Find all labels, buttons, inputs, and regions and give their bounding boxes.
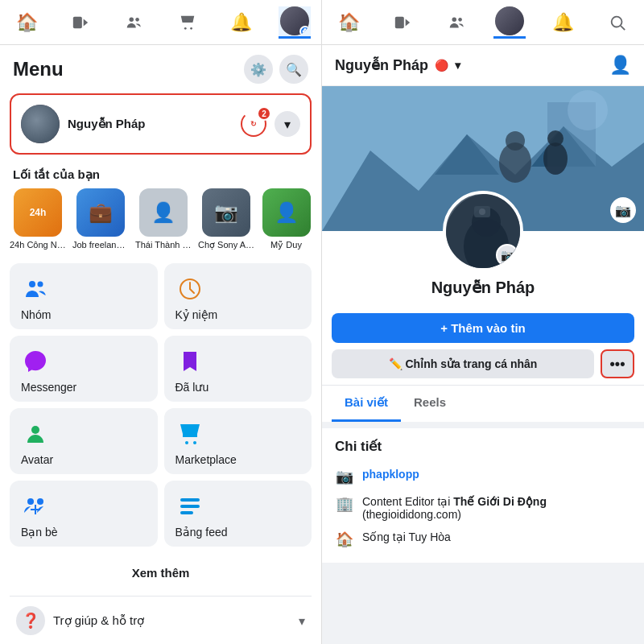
shortcut-item-4[interactable]: 👤 Mỹ Duy (261, 188, 312, 250)
menu-item-nhom[interactable]: Nhóm (10, 263, 158, 329)
nav-bell-right[interactable]: 🔔 (547, 6, 580, 39)
friends-icon (21, 492, 50, 521)
menu-item-da-luu[interactable]: Đã lưu (164, 336, 312, 402)
nav-home-right[interactable]: 🏠 (332, 6, 365, 39)
menu-item-ky-niem[interactable]: Kỷ niệm (164, 263, 312, 329)
memories-icon (175, 275, 204, 303)
menu-item-label-ban-be: Bạn bè (21, 526, 147, 539)
menu-item-bang-feed[interactable]: Bảng feed (164, 481, 312, 547)
svg-line-12 (621, 26, 625, 30)
svg-point-4 (184, 27, 187, 29)
work-icon: 🏢 (335, 495, 354, 513)
nav-video-right[interactable] (386, 6, 419, 39)
svg-marker-1 (83, 19, 88, 26)
person-icon[interactable]: 👤 (609, 55, 631, 76)
menu-item-label-da-luu: Đã lưu (175, 381, 301, 394)
home-icon: 🏠 (335, 530, 354, 548)
shortcut-thumb-4: 👤 (262, 188, 311, 237)
profile-tabs: Bài viết Reels (322, 385, 644, 422)
tab-reels[interactable]: Reels (401, 386, 459, 422)
svg-point-17 (185, 441, 188, 444)
svg-rect-7 (395, 16, 404, 28)
nav-groups-left[interactable] (118, 6, 150, 39)
instagram-link[interactable]: phapklopp (362, 468, 631, 481)
profile-badge-icon (299, 26, 309, 35)
shortcut-label-0: 24h Công Nghệ (10, 240, 66, 250)
lives-text: Sống tại Tuy Hòa (362, 530, 631, 543)
profile-card[interactable]: Nguyễn Pháp ↻ 2 ▾ (10, 93, 312, 155)
tab-posts[interactable]: Bài viết (332, 386, 401, 422)
menu-search-button[interactable]: 🔍 (279, 55, 308, 84)
detail-lives: 🏠 Sống tại Tuy Hòa (335, 526, 631, 553)
svg-rect-24 (180, 505, 200, 508)
instagram-icon: 📷 (335, 468, 354, 485)
profile-details: Chi tiết 📷 phapklopp 🏢 Content Editor tạ… (322, 428, 644, 563)
shortcut-item-2[interactable]: 👤 Thái Thành Nguyên (135, 188, 192, 250)
svg-rect-6 (303, 30, 308, 33)
menu-item-avatar[interactable]: Avatar (10, 408, 158, 474)
svg-point-20 (37, 498, 43, 505)
shortcut-thumb-1: 💼 (76, 188, 125, 237)
nav-profile-right[interactable] (493, 6, 526, 39)
shortcut-item-1[interactable]: 💼 Job freelance/... (72, 188, 129, 250)
profile-header-section: Nguyễn Pháp 🔴 ▾ 👤 (322, 45, 644, 422)
support-chevron-icon: ▾ (299, 613, 305, 629)
profile-avatar-section: 📷 Nguyễn Pháp (322, 191, 644, 307)
top-nav-bar: 🏠 🔔 🏠 (0, 0, 644, 45)
menu-profile-avatar (21, 105, 60, 143)
detail-work: 🏢 Content Editor tại Thế Giới Di Động (t… (335, 490, 631, 526)
notification-badge[interactable]: ↻ 2 (239, 109, 268, 138)
nav-profile-left[interactable] (279, 6, 311, 39)
see-more-button[interactable]: Xem thêm (10, 556, 312, 589)
profile-card-right: ↻ 2 ▾ (239, 109, 300, 138)
edit-profile-button[interactable]: ✏️ Chỉnh sửa trang cá nhân (332, 349, 594, 378)
shortcuts-row: 24h 24h Công Nghệ 💼 Job freelance/... 👤 … (10, 188, 312, 250)
svg-point-18 (193, 441, 196, 444)
nav-search-right[interactable] (601, 6, 634, 39)
nav-video-left[interactable] (64, 6, 97, 39)
shortcut-thumb-0: 24h (14, 188, 62, 237)
marketplace-icon (175, 419, 204, 448)
support-row[interactable]: ❓ Trợ giúp & hỗ trợ ▾ (10, 596, 312, 644)
svg-point-33 (547, 130, 564, 147)
action-buttons: + Thêm vào tin ✏️ Chỉnh sửa trang cá nhâ… (322, 307, 644, 385)
menu-item-ban-be[interactable]: Bạn bè (10, 481, 158, 547)
verified-badge: 🔴 (435, 59, 448, 72)
shortcut-item-3[interactable]: 📷 Chợ Sony Alpha... (198, 188, 254, 250)
nav-groups-right[interactable] (440, 6, 473, 39)
detail-instagram: 📷 phapklopp (335, 463, 631, 490)
support-icon: ❓ (16, 606, 45, 635)
avatar-camera-button[interactable]: 📷 (496, 244, 518, 266)
svg-point-32 (543, 142, 568, 175)
menu-item-messenger[interactable]: Messenger (10, 336, 158, 402)
shortcut-label-2: Thái Thành Nguyên (135, 240, 192, 250)
nav-avatar-left (280, 6, 309, 35)
svg-point-3 (136, 18, 140, 22)
badge-circle: ↻ 2 (241, 111, 266, 137)
menu-item-label-bang-feed: Bảng feed (175, 526, 301, 539)
nav-bell-left[interactable]: 🔔 (225, 6, 257, 39)
nav-home-left[interactable]: 🏠 (10, 6, 43, 39)
add-story-button[interactable]: + Thêm vào tin (332, 313, 634, 343)
profile-big-avatar: 📷 (443, 191, 523, 271)
feed-icon (175, 492, 204, 521)
menu-item-marketplace[interactable]: Marketplace (164, 408, 312, 474)
svg-point-19 (27, 498, 34, 505)
svg-point-2 (130, 17, 134, 21)
settings-button[interactable]: ⚙️ (244, 55, 273, 84)
profile-dropdown-arrow[interactable]: ▾ (455, 59, 460, 72)
menu-header: Menu ⚙️ 🔍 (10, 55, 312, 84)
shortcut-thumb-2: 👤 (139, 188, 188, 237)
saved-icon (175, 347, 204, 376)
svg-point-16 (31, 426, 39, 434)
svg-rect-23 (180, 498, 200, 502)
nav-marketplace-left[interactable] (171, 6, 204, 39)
more-options-button[interactable]: ••• (601, 349, 634, 378)
svg-rect-25 (180, 511, 193, 514)
menu-header-icons: ⚙️ 🔍 (244, 55, 308, 84)
main-content: Menu ⚙️ 🔍 Nguyễn Pháp ↻ 2 (0, 45, 644, 644)
shortcut-item-0[interactable]: 24h 24h Công Nghệ (10, 188, 66, 250)
shortcut-label-4: Mỹ Duy (270, 240, 302, 250)
profile-chevron-button[interactable]: ▾ (275, 111, 300, 137)
svg-point-14 (38, 282, 43, 287)
